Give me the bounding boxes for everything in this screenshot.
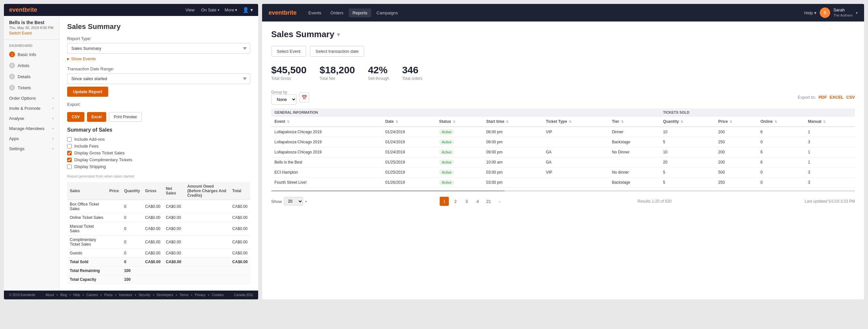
- cell-ticket-type: VIP: [543, 127, 609, 137]
- footer-about[interactable]: About: [45, 293, 54, 297]
- table-row: ECI Hampton 01/25/2019 Active 03:00 pm V…: [271, 167, 855, 177]
- footer-investors[interactable]: Investors: [119, 293, 132, 297]
- sidebar-item-analyse[interactable]: Analyse ▾: [4, 113, 59, 124]
- cell-net: CA$0.00: [163, 222, 185, 235]
- col-price[interactable]: Price ⇅: [715, 117, 757, 127]
- col-quantity[interactable]: Quantity ⇅: [660, 117, 715, 127]
- page-3[interactable]: 3: [462, 197, 471, 206]
- sidebar-event-title: Bells is the Best: [9, 20, 54, 25]
- checkbox-comp-input[interactable]: [67, 158, 72, 162]
- nav-reports[interactable]: Reports: [349, 8, 372, 17]
- csv-button[interactable]: CSV: [67, 112, 85, 122]
- checkbox-addons-input[interactable]: [67, 137, 72, 142]
- col-date[interactable]: Date ⇅: [382, 117, 436, 127]
- col-event[interactable]: Event ⇅: [271, 117, 382, 127]
- nav-campaigns[interactable]: Campaigns: [373, 8, 402, 17]
- page-title-chevron[interactable]: ▾: [337, 31, 340, 38]
- select-event-button[interactable]: Select Event: [271, 46, 306, 57]
- export-excel-link[interactable]: EXCEL: [830, 95, 843, 100]
- show-count-select[interactable]: 20 50 100: [284, 197, 303, 205]
- col-status[interactable]: Status ⇅: [436, 117, 483, 127]
- page-next[interactable]: ›: [495, 197, 504, 206]
- cell-price: 200: [715, 157, 757, 167]
- right-logo: eventbrite: [269, 9, 297, 16]
- sidebar-item-settings[interactable]: Settings ▾: [4, 144, 59, 154]
- sidebar-item-manage-attendees[interactable]: Manage Attendees ▾: [4, 124, 59, 134]
- user-chevron[interactable]: ▾: [856, 11, 858, 15]
- sidebar-item-order-options[interactable]: Order Options ▾: [4, 93, 59, 103]
- footer-privacy[interactable]: Privacy: [195, 293, 206, 297]
- excel-button[interactable]: Excel: [87, 112, 106, 122]
- checkbox-gross-ticket[interactable]: Display Gross Ticket Sales: [67, 151, 250, 155]
- status-badge: Active: [439, 180, 454, 185]
- page-2[interactable]: 2: [451, 197, 460, 206]
- show-label: Show: [271, 199, 282, 204]
- col-online[interactable]: Online ⇅: [757, 117, 805, 127]
- col-tier[interactable]: Tier ⇅: [609, 117, 660, 127]
- cell-amount: [185, 200, 229, 213]
- page-1[interactable]: 1: [440, 197, 449, 206]
- select-date-button[interactable]: Select transaction date: [310, 46, 364, 57]
- footer-locale[interactable]: Canada (EN): [234, 293, 253, 297]
- footer-security[interactable]: Security: [138, 293, 150, 297]
- nav-orders[interactable]: Orders: [327, 8, 347, 17]
- controls-row: Group by None 📅 Export to: PDF EXCEL CSV: [271, 90, 855, 105]
- right-panel: eventbrite Events Orders Reports Campaig…: [262, 4, 864, 299]
- page-4[interactable]: 4: [473, 197, 482, 206]
- cell-total: CA$0.00: [230, 200, 250, 213]
- update-report-button[interactable]: Update Report: [67, 87, 108, 97]
- col-manual[interactable]: Manual ⇅: [805, 117, 855, 127]
- footer-careers[interactable]: Careers: [86, 293, 98, 297]
- more-link[interactable]: More▾: [224, 7, 237, 12]
- cell-total: CA$0.00: [230, 222, 250, 235]
- switch-event-link[interactable]: Switch Event: [9, 31, 54, 35]
- report-type-select[interactable]: Sales Summary: [67, 43, 250, 54]
- left-sidebar: Bells is the Best Thu, May 30, 2019 8:00…: [4, 16, 59, 291]
- date-range-select[interactable]: Since sales started: [67, 73, 250, 84]
- footer-developers[interactable]: Developers: [157, 293, 174, 297]
- cell-net: CA$0.00: [163, 235, 185, 249]
- col-ticket-type[interactable]: Ticket Type ⇅: [543, 117, 609, 127]
- sidebar-item-artists[interactable]: 2 Artists: [4, 60, 59, 71]
- user-icon[interactable]: 👤 ▾: [243, 7, 253, 13]
- user-venue: The Anthem: [833, 13, 853, 18]
- sidebar-item-apps[interactable]: Apps ▾: [4, 134, 59, 144]
- checkbox-gross-input[interactable]: [67, 151, 72, 155]
- checkbox-include-addons[interactable]: Include Add-ons: [67, 137, 250, 142]
- footer-press[interactable]: Press: [104, 293, 113, 297]
- cell-quantity: 10: [660, 147, 715, 157]
- on-sale-label[interactable]: On Sale: [201, 7, 216, 12]
- print-preview-button[interactable]: Print Preview: [109, 112, 142, 122]
- cell-amount: [185, 213, 229, 222]
- footer-blog[interactable]: Blog: [60, 293, 67, 297]
- sidebar-item-tickets[interactable]: 4 Tickets: [4, 82, 59, 93]
- group-by-select[interactable]: None: [271, 95, 297, 105]
- export-pdf-link[interactable]: PDF: [818, 95, 827, 100]
- cell-quantity: 100: [122, 266, 143, 275]
- left-body: Bells is the Best Thu, May 30, 2019 8:00…: [4, 16, 258, 291]
- checkbox-shipping-input[interactable]: [67, 164, 72, 169]
- export-csv-link[interactable]: CSV: [846, 95, 855, 100]
- footer-help[interactable]: Help: [73, 293, 80, 297]
- calendar-icon[interactable]: 📅: [299, 93, 309, 102]
- footer-cookies[interactable]: Cookies: [212, 293, 224, 297]
- checkbox-fees-input[interactable]: [67, 144, 72, 149]
- results-text: Results 1-20 of 620: [638, 199, 672, 204]
- col-start-time[interactable]: Start time ⇅: [483, 117, 543, 127]
- scroll-bar[interactable]: [271, 190, 855, 192]
- table-row: Total Remaining 100: [67, 266, 250, 275]
- help-link[interactable]: Help ▾: [804, 10, 816, 15]
- checkbox-shipping[interactable]: Display Shipping: [67, 164, 250, 169]
- checkbox-include-fees[interactable]: Include Fees: [67, 144, 250, 149]
- page-21[interactable]: 21: [484, 197, 493, 206]
- checkbox-complimentary[interactable]: Display Complimentary Tickets: [67, 157, 250, 162]
- sidebar-item-invite-promote[interactable]: Invite & Promote ▾: [4, 103, 59, 113]
- show-events-toggle[interactable]: ▶ Show Events: [67, 56, 250, 61]
- nav-events[interactable]: Events: [304, 8, 325, 17]
- sidebar-item-basic-info[interactable]: 1 Basic Info: [4, 49, 59, 60]
- sidebar-item-details[interactable]: 3 Details: [4, 71, 59, 82]
- last-updated: Last updated 5/1/19 3:23 PM: [805, 199, 855, 204]
- manage-attendees-label: Manage Attendees: [9, 126, 44, 131]
- footer-terms[interactable]: Terms: [180, 293, 188, 297]
- view-link[interactable]: View: [185, 7, 194, 12]
